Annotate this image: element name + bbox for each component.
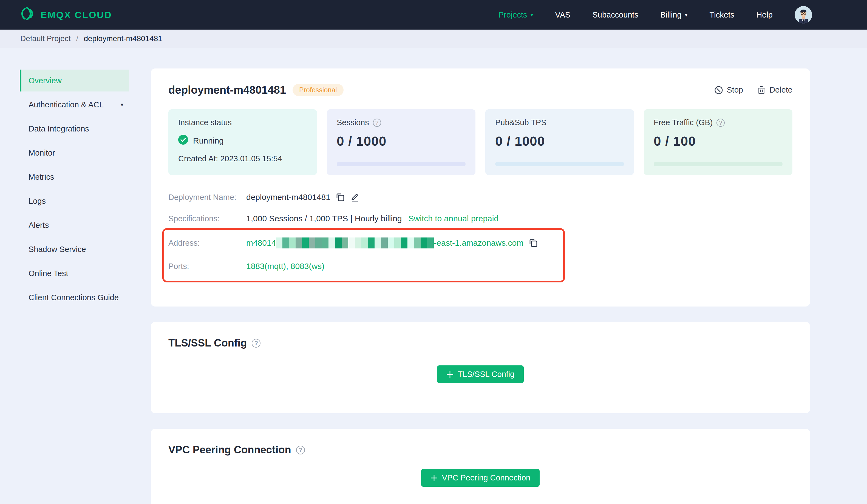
help-icon[interactable]: ?	[373, 119, 381, 127]
help-icon[interactable]: ?	[252, 339, 260, 348]
created-at: Created At: 2023.01.05 15:54	[178, 154, 307, 163]
stop-button[interactable]: Stop	[714, 86, 743, 95]
sidebar-item-client-connections-guide[interactable]: Client Connections Guide	[20, 286, 129, 308]
tls-section-title: TLS/SSL Config	[168, 337, 247, 349]
specifications-value: 1,000 Sessions / 1,000 TPS | Hourly bill…	[246, 214, 402, 223]
sidebar-item-overview[interactable]: Overview	[20, 69, 129, 91]
plus-icon	[446, 371, 453, 378]
tps-progress-bar	[495, 162, 624, 166]
sidebar-item-shadow-service[interactable]: Shadow Service	[20, 238, 129, 260]
sessions-progress-bar	[337, 162, 465, 166]
breadcrumb-deployment: deployment-m4801481	[84, 34, 162, 43]
connection-highlight-box: Address: m48014 -east-1.amazonaws.com	[162, 228, 565, 282]
nav-item-help[interactable]: Help	[756, 10, 773, 20]
stop-icon	[714, 86, 723, 95]
traffic-value: 0 / 100	[654, 134, 783, 149]
sidebar-item-online-test[interactable]: Online Test	[20, 262, 129, 284]
deployment-name-value: deployment-m4801481	[246, 193, 330, 202]
help-icon[interactable]: ?	[296, 446, 305, 454]
sidebar-item-data-integrations[interactable]: Data Integrations	[20, 118, 129, 140]
add-vpc-peering-connection-button[interactable]: VPC Peering Connection	[421, 469, 539, 487]
brand-logo[interactable]: EMQX CLOUD	[20, 6, 112, 24]
breadcrumb-separator: /	[76, 34, 78, 43]
sidebar-item-alerts[interactable]: Alerts	[20, 214, 129, 236]
free-traffic-card: Free Traffic (GB) ? 0 / 100	[644, 109, 792, 175]
overview-card: deployment-m4801481 Professional Stop	[151, 68, 810, 307]
sessions-value: 0 / 1000	[337, 134, 465, 149]
tls-ssl-section: TLS/SSL Config ? TLS/SSL Config	[151, 322, 810, 413]
nav-links: Projects ▾ VAS Subaccounts Billing ▾ Tic…	[499, 6, 812, 24]
address-suffix: -east-1.amazonaws.com	[434, 238, 523, 248]
copy-icon[interactable]	[529, 239, 538, 247]
vpc-section-title: VPC Peering Connection	[168, 444, 291, 456]
trash-icon	[757, 86, 766, 95]
sidebar-item-metrics[interactable]: Metrics	[20, 166, 129, 188]
sidebar-item-monitor[interactable]: Monitor	[20, 142, 129, 164]
emqx-logo-icon	[20, 6, 35, 24]
address-redacted-mosaic	[276, 238, 434, 249]
breadcrumb: Default Project / deployment-m4801481	[0, 30, 867, 48]
chevron-down-icon: ▾	[685, 12, 688, 18]
sidebar: Overview Authentication & ACL ▾ Data Int…	[0, 48, 129, 311]
ports-row: Ports: 1883(mqtt), 8083(ws)	[168, 262, 563, 271]
sidebar-item-logs[interactable]: Logs	[20, 190, 129, 212]
plan-badge: Professional	[292, 84, 344, 96]
specifications-row: Specifications: 1,000 Sessions / 1,000 T…	[168, 214, 792, 223]
vpc-peering-section: VPC Peering Connection ? VPC Peering Con…	[151, 429, 810, 504]
chevron-down-icon: ▾	[531, 12, 533, 18]
user-avatar[interactable]	[795, 6, 812, 24]
traffic-progress-bar	[654, 162, 783, 166]
address-row: Address: m48014 -east-1.amazonaws.com	[168, 238, 563, 249]
check-circle-icon	[178, 135, 188, 146]
ports-value: 1883(mqtt), 8083(ws)	[246, 262, 324, 271]
page-title: deployment-m4801481	[168, 84, 286, 96]
nav-item-billing[interactable]: Billing ▾	[660, 10, 687, 20]
copy-icon[interactable]	[336, 193, 345, 201]
switch-annual-prepaid-link[interactable]: Switch to annual prepaid	[408, 214, 499, 223]
plus-icon	[430, 474, 438, 482]
add-tls-ssl-config-button[interactable]: TLS/SSL Config	[437, 365, 524, 383]
sessions-card: Sessions ? 0 / 1000	[327, 109, 475, 175]
brand-name: EMQX CLOUD	[41, 10, 112, 20]
pubsub-tps-card: Pub&Sub TPS 0 / 1000	[485, 109, 634, 175]
address-prefix: m48014	[246, 238, 276, 248]
delete-button[interactable]: Delete	[757, 86, 792, 95]
deployment-name-row: Deployment Name: deployment-m4801481	[168, 193, 792, 202]
sidebar-item-authentication-acl[interactable]: Authentication & ACL ▾	[20, 94, 129, 116]
nav-item-tickets[interactable]: Tickets	[710, 10, 735, 20]
chevron-down-icon: ▾	[121, 94, 124, 116]
tps-value: 0 / 1000	[495, 134, 624, 149]
status-text: Running	[193, 136, 224, 145]
nav-item-subaccounts[interactable]: Subaccounts	[592, 10, 638, 20]
edit-icon[interactable]	[350, 193, 360, 202]
help-icon[interactable]: ?	[716, 119, 725, 127]
instance-status-card: Instance status Running Created At: 2023…	[168, 109, 317, 175]
top-nav: EMQX CLOUD Projects ▾ VAS Subaccounts Bi…	[0, 0, 867, 30]
nav-item-vas[interactable]: VAS	[555, 10, 570, 20]
breadcrumb-project[interactable]: Default Project	[20, 34, 71, 43]
nav-item-projects[interactable]: Projects ▾	[499, 10, 533, 20]
